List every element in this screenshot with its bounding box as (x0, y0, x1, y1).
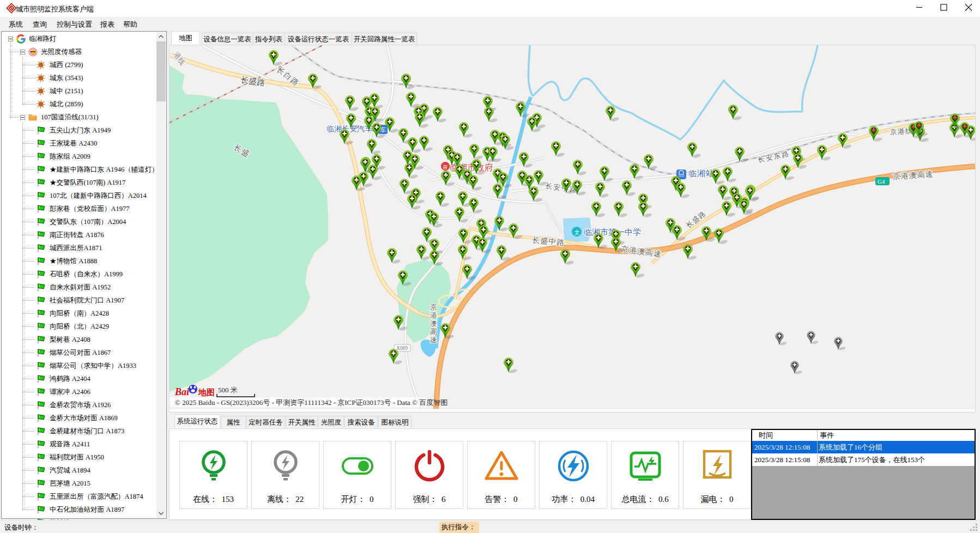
svg-text:京: 京 (430, 303, 437, 311)
svg-text:500 米: 500 米 (218, 386, 238, 394)
svg-text:速: 速 (430, 336, 437, 344)
svg-text:地图: 地图 (198, 388, 215, 397)
svg-text:高: 高 (430, 328, 437, 336)
svg-text:Bai: Bai (174, 386, 189, 397)
svg-text:G4: G4 (878, 178, 885, 185)
svg-text:港: 港 (430, 311, 437, 319)
svg-text:文: 文 (574, 229, 580, 235)
svg-text:澳: 澳 (429, 319, 437, 328)
svg-text:府: 府 (443, 165, 448, 170)
svg-text:X089: X089 (396, 346, 408, 351)
svg-text:临湘站: 临湘站 (688, 169, 715, 178)
svg-text:© 2025 Baidu - GS(2023)3206号 -: © 2025 Baidu - GS(2023)3206号 - 甲测资字11111… (175, 398, 447, 407)
